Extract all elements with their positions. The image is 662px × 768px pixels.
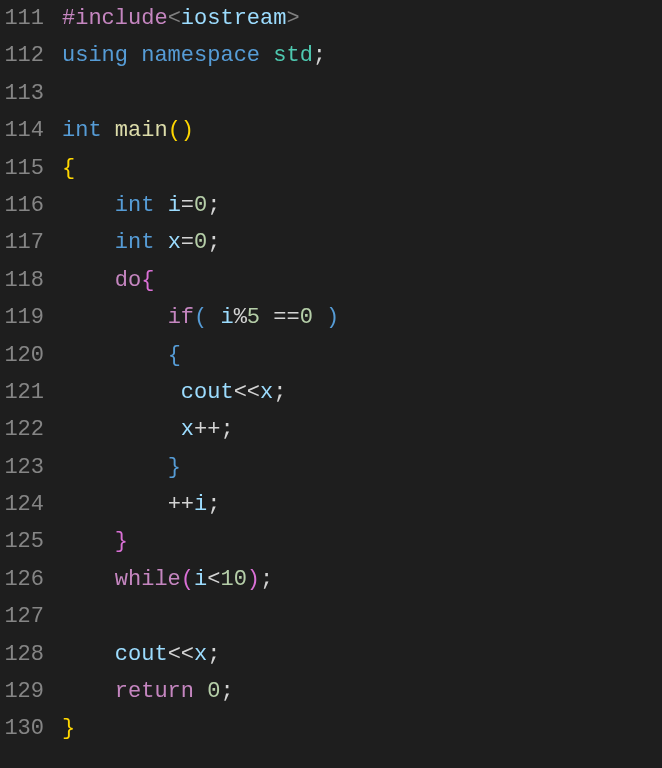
code-line[interactable]: 114int main() [0,112,662,149]
line-number: 129 [0,673,62,710]
token: ; [313,43,326,68]
code-line[interactable]: 121 cout<<x; [0,374,662,411]
token [62,380,181,405]
code-line[interactable]: 111#include<iostream> [0,0,662,37]
code-editor[interactable]: 111#include<iostream>112using namespace … [0,0,662,748]
token: ++ [168,492,194,517]
token: ) [247,567,260,592]
code-content[interactable]: ++i; [62,486,220,523]
token: } [115,529,128,554]
code-content[interactable]: x++; [62,411,234,448]
code-line[interactable]: 130} [0,710,662,747]
code-line[interactable]: 127 [0,598,662,635]
token [62,492,168,517]
line-number: 113 [0,75,62,112]
token: } [168,455,181,480]
token: ; [207,193,220,218]
token: i [194,567,207,592]
code-line[interactable]: 126 while(i<10); [0,561,662,598]
line-number: 125 [0,523,62,560]
code-line[interactable]: 118 do{ [0,262,662,299]
token: cout [181,380,234,405]
token: ; [207,492,220,517]
code-content[interactable]: while(i<10); [62,561,273,598]
token: { [141,268,154,293]
token [154,193,167,218]
token: main [115,118,168,143]
token: < [207,567,220,592]
token: std [273,43,313,68]
code-line[interactable]: 122 x++; [0,411,662,448]
code-line[interactable]: 112using namespace std; [0,37,662,74]
token: % [234,305,247,330]
token: 0 [207,679,220,704]
line-number: 126 [0,561,62,598]
token: 0 [194,193,207,218]
line-number: 114 [0,112,62,149]
code-content[interactable]: { [62,337,181,374]
code-content[interactable]: cout<<x; [62,374,286,411]
token [62,343,168,368]
code-content[interactable]: } [62,710,75,747]
token: << [168,642,194,667]
line-number: 118 [0,262,62,299]
line-number: 128 [0,636,62,673]
code-line[interactable]: 119 if( i%5 ==0 ) [0,299,662,336]
code-content[interactable]: int x=0; [62,224,220,261]
token: iostream [181,6,287,31]
token [194,679,207,704]
token [313,305,326,330]
token: < [168,6,181,31]
token: #include [62,6,168,31]
code-line[interactable]: 125 } [0,523,662,560]
token: == [273,305,299,330]
code-content[interactable]: using namespace std; [62,37,326,74]
code-line[interactable]: 128 cout<<x; [0,636,662,673]
code-line[interactable]: 129 return 0; [0,673,662,710]
token: ) [326,305,339,330]
code-content[interactable]: } [62,449,181,486]
token: x [181,417,194,442]
token: 5 [247,305,260,330]
code-line[interactable]: 117 int x=0; [0,224,662,261]
code-content[interactable]: int main() [62,112,194,149]
token: { [168,343,181,368]
token [260,305,273,330]
token: 0 [300,305,313,330]
token: int [62,118,102,143]
line-number: 130 [0,710,62,747]
token: ; [220,679,233,704]
code-line[interactable]: 113 [0,75,662,112]
code-content[interactable]: #include<iostream> [62,0,300,37]
token: x [194,642,207,667]
code-line[interactable]: 120 { [0,337,662,374]
code-content[interactable]: do{ [62,262,154,299]
token: ; [273,380,286,405]
code-line[interactable]: 115{ [0,150,662,187]
line-number: 111 [0,0,62,37]
code-line[interactable]: 124 ++i; [0,486,662,523]
token: << [234,380,260,405]
code-content[interactable]: int i=0; [62,187,220,224]
code-content[interactable]: } [62,523,128,560]
token: while [115,567,181,592]
token [62,230,115,255]
token: } [62,716,75,741]
token: using [62,43,128,68]
line-number: 120 [0,337,62,374]
code-content[interactable]: if( i%5 ==0 ) [62,299,339,336]
line-number: 123 [0,449,62,486]
line-number: 124 [0,486,62,523]
code-content[interactable]: cout<<x; [62,636,220,673]
token: int [115,230,155,255]
line-number: 119 [0,299,62,336]
code-line[interactable]: 116 int i=0; [0,187,662,224]
code-content[interactable]: { [62,150,75,187]
line-number: 116 [0,187,62,224]
code-line[interactable]: 123 } [0,449,662,486]
token: if [168,305,194,330]
code-content[interactable]: return 0; [62,673,234,710]
token: ( [194,305,207,330]
line-number: 122 [0,411,62,448]
token: i [168,193,181,218]
